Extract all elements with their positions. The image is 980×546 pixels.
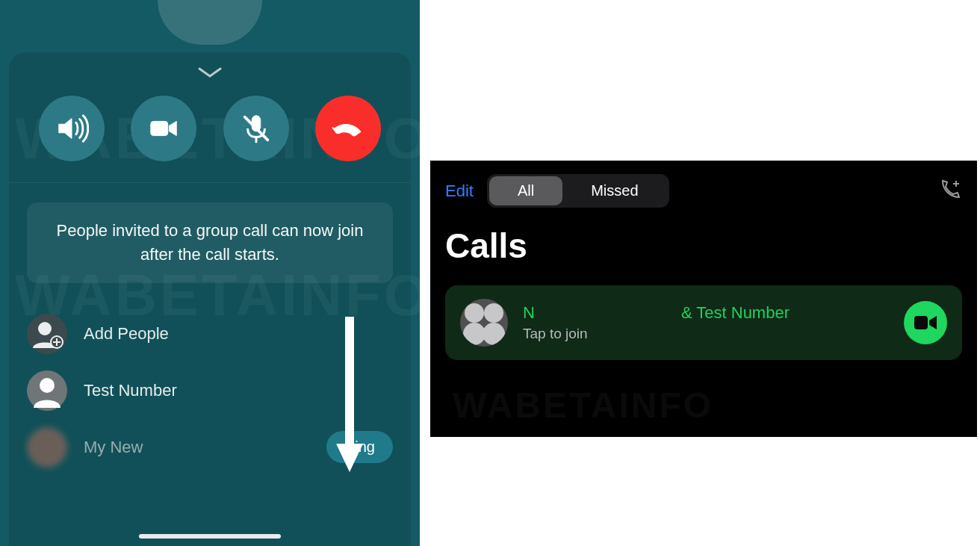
add-people-icon xyxy=(27,314,67,354)
video-icon xyxy=(914,314,937,331)
ring-button[interactable]: Ring xyxy=(326,431,393,463)
speaker-button[interactable] xyxy=(39,96,105,161)
right-area: WABETAINFO Edit All Missed xyxy=(420,0,980,546)
segment-all-label: All xyxy=(518,182,534,199)
add-people-label: Add People xyxy=(84,324,393,344)
chevron-down-icon xyxy=(197,66,223,79)
speaker-icon xyxy=(55,111,89,146)
call-card-subtitle: Tap to join xyxy=(523,326,889,342)
svg-point-4 xyxy=(38,322,52,335)
add-people-row[interactable]: Add People xyxy=(27,305,393,362)
video-button[interactable] xyxy=(131,96,196,161)
call-controls-sheet: People invited to a group call can now j… xyxy=(9,52,411,546)
mic-off-icon xyxy=(239,111,273,146)
ongoing-call-card[interactable]: N & Test Number Tap to join xyxy=(445,285,962,360)
svg-rect-12 xyxy=(914,316,928,329)
watermark: WABETAINFO xyxy=(453,385,713,426)
participant-row[interactable]: My New Ring xyxy=(27,419,393,476)
calls-screen: WABETAINFO Edit All Missed xyxy=(430,161,977,437)
phone-plus-icon xyxy=(938,178,962,202)
call-card-text: N & Test Number Tap to join xyxy=(523,303,889,342)
call-title-part2: & Test Number xyxy=(681,303,790,323)
mute-button[interactable] xyxy=(223,96,289,161)
page-title-text: Calls xyxy=(445,226,527,265)
group-call-sheet: WABETAINFO WABETAINFO xyxy=(0,0,420,546)
participants-list: Add People Test Number My New Ring xyxy=(9,305,411,476)
call-card-title: N & Test Number xyxy=(523,303,889,323)
avatar xyxy=(27,427,67,468)
svg-rect-0 xyxy=(151,121,168,135)
sheet-grabber[interactable] xyxy=(9,66,411,82)
segment-all[interactable]: All xyxy=(489,176,562,205)
phone-hangup-icon xyxy=(331,111,365,146)
group-avatar xyxy=(460,299,508,347)
join-call-button[interactable] xyxy=(904,301,947,344)
segment-missed-label: Missed xyxy=(591,182,638,199)
participant-row[interactable]: Test Number xyxy=(27,362,393,419)
avatar xyxy=(27,370,67,411)
info-banner: People invited to a group call can now j… xyxy=(27,202,393,283)
segment-missed[interactable]: Missed xyxy=(562,176,666,205)
info-banner-text: People invited to a group call can now j… xyxy=(57,221,364,264)
calls-filter-segment: All Missed xyxy=(487,174,669,208)
calls-header: Edit All Missed xyxy=(445,174,962,208)
edit-label: Edit xyxy=(445,182,474,200)
home-indicator xyxy=(139,534,281,539)
page-title: Calls xyxy=(445,226,962,266)
participant-label: My New xyxy=(84,438,310,457)
participant-label: Test Number xyxy=(84,381,393,400)
edit-button[interactable]: Edit xyxy=(445,182,474,201)
new-call-button[interactable] xyxy=(938,178,962,205)
video-icon xyxy=(146,111,181,146)
ring-button-label: Ring xyxy=(344,438,375,455)
caller-avatar-peek xyxy=(158,0,262,45)
call-controls-row xyxy=(9,96,411,183)
end-call-button[interactable] xyxy=(315,96,381,161)
call-title-part1: N xyxy=(523,303,535,323)
svg-point-8 xyxy=(40,378,55,393)
